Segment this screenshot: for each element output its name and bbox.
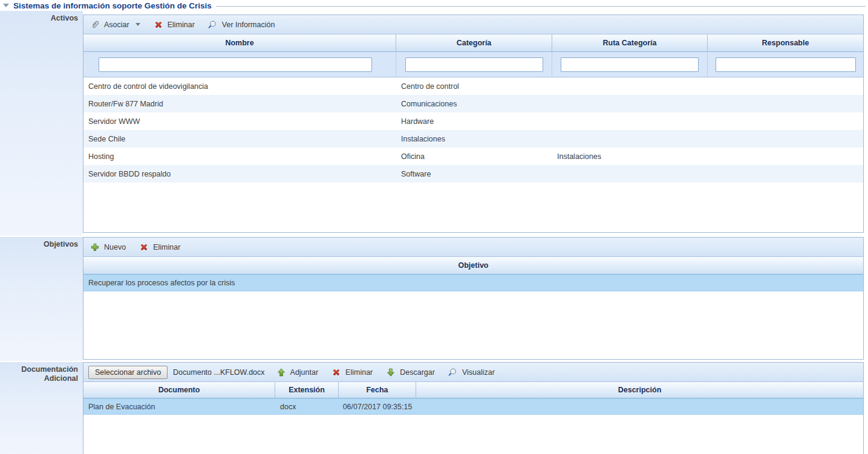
- cell-nombre: Servidor WWW: [83, 112, 396, 130]
- cell-responsable: [708, 130, 863, 148]
- descargar-label: Descargar: [400, 368, 435, 377]
- table-row[interactable]: Centro de control de videovigilancia Cen…: [83, 77, 863, 95]
- adjuntar-label: Adjuntar: [290, 368, 319, 377]
- chevron-down-icon[interactable]: [3, 4, 9, 7]
- documentos-empty-area: [83, 415, 863, 453]
- magnifier-icon: [208, 20, 218, 30]
- green-plus-icon: [90, 242, 100, 252]
- cell-descripcion: [416, 399, 863, 414]
- nuevo-objetivo-button[interactable]: Nuevo: [88, 241, 128, 253]
- eliminar-label: Eliminar: [168, 21, 195, 29]
- cell-responsable: [708, 77, 863, 95]
- cell-responsable: [708, 95, 863, 112]
- ver-informacion-label: Ver Información: [222, 21, 275, 29]
- cell-categoria: Software: [396, 165, 552, 183]
- eliminar-label: Eliminar: [345, 368, 373, 377]
- nuevo-label: Nuevo: [104, 243, 126, 251]
- cell-nombre: Centro de control de videovigilancia: [83, 77, 396, 95]
- asociar-label: Asociar: [104, 21, 129, 29]
- selected-file-name: Documento ...KFLOW.docx: [173, 368, 264, 377]
- cell-nombre: Sede Chile: [83, 130, 396, 148]
- table-row[interactable]: Servidor WWW Hardware: [83, 112, 863, 130]
- cell-responsable: [708, 148, 863, 165]
- activos-toolbar: Asociar Eliminar Ver Información: [83, 15, 863, 34]
- paperclip-icon: [90, 20, 100, 30]
- filter-categoria-input[interactable]: [405, 57, 543, 72]
- page-margin: [864, 11, 868, 236]
- cell-ruta-categoria: [552, 77, 708, 95]
- ver-informacion-button[interactable]: Ver Información: [206, 19, 277, 31]
- adjuntar-button[interactable]: Adjuntar: [275, 366, 321, 378]
- cell-ruta-categoria: [552, 95, 708, 112]
- cell-documento: Plan de Evacuación: [83, 399, 275, 414]
- visualizar-label: Visualizar: [462, 368, 495, 377]
- cell-categoria: Comunicaciones: [396, 95, 552, 112]
- label-line-2: Adicional: [2, 374, 78, 383]
- column-header-responsable[interactable]: Responsable: [708, 34, 863, 51]
- eliminar-documento-button[interactable]: Eliminar: [330, 366, 374, 378]
- filter-responsable-input[interactable]: [716, 57, 856, 72]
- column-header-extension[interactable]: Extensión: [275, 382, 339, 398]
- eliminar-activo-button[interactable]: Eliminar: [152, 19, 197, 31]
- table-row[interactable]: Router/Fw 877 Madrid Comunicaciones: [83, 95, 863, 112]
- section-label-objetivos: Objetivos: [0, 237, 83, 361]
- table-row[interactable]: Recuperar los procesos afectos por la cr…: [83, 274, 863, 291]
- cell-extension: docx: [275, 399, 339, 414]
- green-up-arrow-icon: [276, 368, 286, 377]
- column-header-fecha[interactable]: Fecha: [339, 382, 416, 398]
- column-header-ruta-categoria[interactable]: Ruta Categoría: [552, 34, 708, 51]
- table-row[interactable]: Hosting Oficina Instalaciones: [83, 148, 863, 165]
- objetivos-grid-header: Objetivo: [83, 257, 863, 274]
- activos-filter-row: [83, 52, 863, 77]
- cell-responsable: [708, 165, 863, 183]
- cell-categoria: Hardware: [396, 112, 552, 130]
- cell-objetivo: Recuperar los procesos afectos por la cr…: [83, 275, 863, 291]
- column-header-categoria[interactable]: Categoría: [396, 34, 552, 51]
- cell-nombre: Hosting: [83, 148, 396, 165]
- column-header-nombre[interactable]: Nombre: [83, 34, 396, 51]
- column-header-objetivo[interactable]: Objetivo: [83, 257, 863, 274]
- cell-nombre: Servidor BBDD respaldo: [83, 165, 396, 183]
- objetivos-toolbar: Nuevo Eliminar: [83, 238, 863, 257]
- section-label-documentacion: Documentación Adicional: [0, 362, 83, 454]
- section-activos: Activos Asociar Eliminar Ver Información: [0, 11, 868, 236]
- panel-header: Sistemas de información soporte Gestión …: [0, 0, 868, 11]
- section-objetivos: Objetivos Nuevo Eliminar Objetivo Recupe…: [0, 237, 868, 361]
- legend-rule: [216, 6, 866, 7]
- eliminar-objetivo-button[interactable]: Eliminar: [137, 241, 182, 253]
- cell-nombre: Router/Fw 877 Madrid: [83, 95, 396, 112]
- cell-ruta-categoria: [552, 112, 708, 130]
- cell-categoria: Oficina: [396, 148, 552, 165]
- activos-empty-area: [83, 183, 863, 233]
- page-margin: [864, 237, 868, 361]
- cell-fecha: 06/07/2017 09:35:15: [339, 399, 416, 414]
- filter-nombre-input[interactable]: [99, 57, 372, 72]
- column-header-descripcion[interactable]: Descripción: [416, 382, 863, 398]
- column-header-documento[interactable]: Documento: [83, 382, 275, 398]
- eliminar-label: Eliminar: [153, 243, 180, 251]
- cell-ruta-categoria: Instalaciones: [552, 148, 708, 165]
- descargar-button[interactable]: Descargar: [384, 366, 437, 378]
- cell-categoria: Centro de control: [396, 77, 552, 95]
- table-row[interactable]: Plan de Evacuación docx 06/07/2017 09:35…: [83, 398, 863, 415]
- green-down-arrow-icon: [386, 368, 396, 377]
- red-cross-icon: [154, 20, 163, 30]
- cell-categoria: Instalaciones: [396, 130, 552, 148]
- magnifier-icon: [448, 368, 458, 377]
- section-label-activos: Activos: [0, 11, 83, 236]
- page-margin: [864, 362, 868, 454]
- table-row[interactable]: Sede Chile Instalaciones: [83, 130, 863, 148]
- documentos-grid-header: Documento Extensión Fecha Descripción: [83, 382, 863, 398]
- chevron-down-icon[interactable]: [135, 23, 140, 26]
- table-row[interactable]: Servidor BBDD respaldo Software: [83, 165, 863, 183]
- filter-ruta-categoria-input[interactable]: [561, 57, 699, 72]
- cell-ruta-categoria: [552, 165, 708, 183]
- asociar-button[interactable]: Asociar: [88, 19, 142, 31]
- red-cross-icon: [331, 368, 341, 377]
- seleccionar-archivo-button[interactable]: Seleccionar archivo: [88, 366, 168, 379]
- red-cross-icon: [139, 242, 149, 252]
- cell-ruta-categoria: [552, 130, 708, 148]
- documentacion-toolbar: Seleccionar archivo Documento ...KFLOW.d…: [83, 363, 863, 382]
- visualizar-button[interactable]: Visualizar: [446, 366, 497, 378]
- activos-grid-header: Nombre Categoría Ruta Categoría Responsa…: [83, 34, 863, 52]
